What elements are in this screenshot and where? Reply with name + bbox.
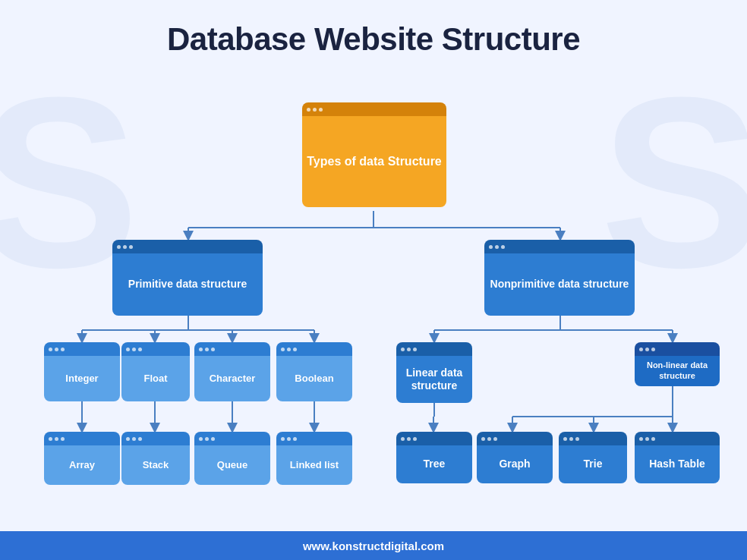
- node-tree-label: Tree: [396, 445, 472, 483]
- node-queue-label: Queue: [194, 445, 270, 485]
- node-linear-label: Linear data structure: [396, 356, 472, 403]
- node-character-titlebar: [194, 342, 270, 356]
- node-trie-titlebar: [559, 432, 627, 445]
- node-linear: Linear data structure: [396, 342, 472, 403]
- node-integer: Integer: [44, 342, 120, 401]
- node-linkedlist-titlebar: [276, 432, 352, 445]
- node-linear-titlebar: [396, 342, 472, 356]
- node-nonlinear: Non-linear data structure: [635, 342, 720, 386]
- node-queue-titlebar: [194, 432, 270, 445]
- node-hashtable-label: Hash Table: [635, 445, 720, 483]
- footer: www.konstructdigital.com: [0, 531, 747, 560]
- node-float-label: Float: [121, 356, 190, 401]
- node-boolean-titlebar: [276, 342, 352, 356]
- node-graph-label: Graph: [477, 445, 553, 483]
- node-nonlinear-titlebar: [635, 342, 720, 356]
- node-array-titlebar: [44, 432, 120, 445]
- node-tree: Tree: [396, 432, 472, 483]
- node-stack-titlebar: [121, 432, 190, 445]
- node-trie-label: Trie: [559, 445, 627, 483]
- node-nonprimitive-titlebar: [484, 240, 635, 253]
- node-trie: Trie: [559, 432, 627, 483]
- node-array: Array: [44, 432, 120, 485]
- main-content: Database Website Structure: [0, 0, 747, 531]
- node-linkedlist: Linked list: [276, 432, 352, 485]
- footer-text: www.konstructdigital.com: [303, 540, 444, 552]
- node-character: Character: [194, 342, 270, 401]
- node-float: Float: [121, 342, 190, 401]
- node-linkedlist-label: Linked list: [276, 445, 352, 485]
- node-integer-titlebar: [44, 342, 120, 356]
- node-nonprimitive: Nonprimitive data structure: [484, 240, 635, 316]
- node-stack: Stack: [121, 432, 190, 485]
- node-root-label: Types of data Structure: [302, 116, 446, 207]
- node-graph: Graph: [477, 432, 553, 483]
- node-integer-label: Integer: [44, 356, 120, 401]
- page-title: Database Website Structure: [0, 0, 747, 65]
- node-boolean-label: Boolean: [276, 356, 352, 401]
- node-nonlinear-label: Non-linear data structure: [635, 356, 720, 386]
- node-float-titlebar: [121, 342, 190, 356]
- node-root-titlebar: [302, 102, 446, 116]
- node-hashtable-titlebar: [635, 432, 720, 445]
- node-nonprimitive-label: Nonprimitive data structure: [484, 253, 635, 316]
- node-graph-titlebar: [477, 432, 553, 445]
- node-array-label: Array: [44, 445, 120, 485]
- node-character-label: Character: [194, 356, 270, 401]
- node-boolean: Boolean: [276, 342, 352, 401]
- node-tree-titlebar: [396, 432, 472, 445]
- node-stack-label: Stack: [121, 445, 190, 485]
- node-primitive: Primitive data structure: [112, 240, 263, 316]
- node-queue: Queue: [194, 432, 270, 485]
- node-primitive-label: Primitive data structure: [112, 253, 263, 316]
- node-root: Types of data Structure: [302, 102, 446, 207]
- node-hashtable: Hash Table: [635, 432, 720, 483]
- node-primitive-titlebar: [112, 240, 263, 253]
